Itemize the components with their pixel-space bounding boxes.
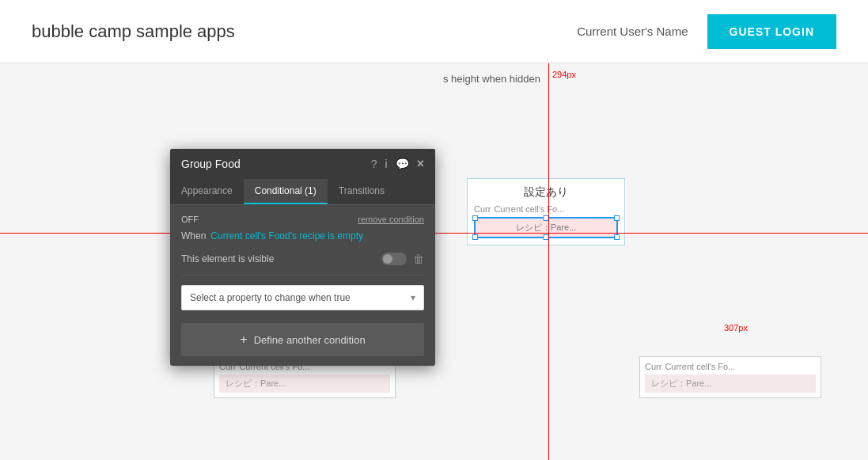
app-title: bubble camp sample apps [32, 21, 235, 42]
tab-appearance[interactable]: Appearance [170, 179, 244, 204]
card-curr-1: Curr [474, 204, 491, 214]
card-current-cell-1: Current cell's Fo... [494, 204, 564, 214]
chat-icon[interactable]: 💬 [396, 158, 409, 170]
define-condition-label: Define another condition [254, 334, 366, 346]
visibility-toggle[interactable] [381, 253, 407, 265]
lower-right-curr: Curr [645, 362, 661, 371]
settings-card: 設定あり Curr Current cell's Fo... レシピ：Pare.… [467, 178, 625, 245]
property-select-dropdown[interactable]: Select a property to change when true ▾ [181, 285, 424, 310]
dim-label-294: 294px [552, 70, 576, 79]
dim-label-307: 307px [724, 323, 748, 333]
element-visible-label: This element is visible [181, 253, 274, 264]
group-food-dialog: Group Food ? i 💬 × Appearance Conditiona… [170, 149, 435, 366]
when-value[interactable]: Current cell's Food's recipe is empty [210, 230, 363, 241]
handle-tr [614, 215, 620, 221]
current-user-name: Current User's Name [577, 25, 688, 38]
app-header: bubble camp sample apps Current User's N… [0, 0, 868, 63]
guideline-vertical [548, 63, 549, 460]
close-icon[interactable]: × [417, 157, 424, 171]
dialog-body: OFF remove condition When Current cell's… [170, 205, 435, 366]
off-label: OFF [181, 215, 199, 224]
element-visible-controls: 🗑 [381, 253, 424, 265]
chevron-down-icon: ▾ [411, 292, 415, 303]
define-condition-button[interactable]: + Define another condition [181, 323, 424, 356]
height-when-hidden-label: s height when hidden [443, 73, 540, 85]
canvas-area: 294px 307px s height when hidden 設定あり Cu… [0, 63, 868, 460]
settings-card-title: 設定あり [474, 185, 618, 200]
remove-condition-link[interactable]: remove condition [358, 215, 424, 224]
handle-bl [472, 234, 478, 240]
toggle-knob [383, 254, 392, 264]
guest-login-button[interactable]: GUEST LOGIN [707, 14, 836, 49]
tab-transitions[interactable]: Transitions [328, 179, 396, 204]
recipe-selected: レシピ：Pare... [482, 222, 610, 234]
plus-icon: + [240, 333, 247, 347]
lower-card-right: Curr Current cell's Fo... レシピ：Pare... [639, 356, 821, 398]
lower-right-recipe: レシピ：Pare... [645, 374, 816, 393]
tab-conditional[interactable]: Conditional (1) [244, 179, 328, 204]
lower-left-recipe: レシピ：Pare... [219, 374, 390, 393]
when-label: When [181, 230, 206, 241]
trash-icon[interactable]: 🗑 [413, 253, 424, 265]
help-icon[interactable]: ? [371, 158, 377, 170]
lower-right-cell-fo: Current cell's Fo... [665, 362, 735, 371]
info-icon[interactable]: i [385, 158, 388, 170]
dialog-tabs: Appearance Conditional (1) Transitions [170, 179, 435, 205]
dialog-icon-group: ? i 💬 × [371, 157, 424, 171]
handle-tl [472, 215, 478, 221]
when-row: When Current cell's Food's recipe is emp… [181, 230, 424, 241]
handle-br [614, 234, 620, 240]
dialog-header: Group Food ? i 💬 × [170, 149, 435, 179]
dialog-title: Group Food [181, 158, 241, 170]
element-visible-row: This element is visible 🗑 [181, 253, 424, 276]
condition-off-row: OFF remove condition [181, 215, 424, 224]
header-right: Current User's Name GUEST LOGIN [577, 14, 836, 49]
property-select-label: Select a property to change when true [190, 292, 351, 303]
